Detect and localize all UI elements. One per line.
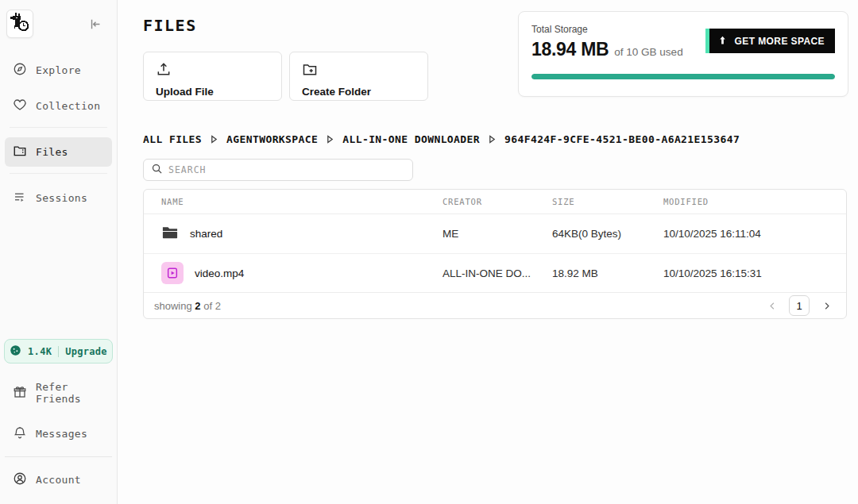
upload-icon (156, 66, 172, 79)
create-folder-label: Create Folder (302, 86, 415, 98)
credits-upgrade-pill[interactable]: 1.4K Upgrade (4, 339, 113, 364)
storage-used-value: 18.94 MB (531, 39, 609, 60)
sidebar-item-label: Messages (36, 428, 87, 440)
table-footer: showing 2 of 2 1 (144, 292, 846, 318)
storage-card: Total Storage 18.94 MB of 10 GB used GE (518, 11, 848, 97)
sidebar-item-label: Sessions (36, 192, 87, 204)
sidebar-item-label: Account (36, 474, 81, 486)
chevron-right-icon (489, 135, 496, 144)
breadcrumb-agentworkspace[interactable]: AGENTWORKSPACE (226, 133, 318, 145)
storage-label: Total Storage (531, 24, 683, 35)
create-folder-button[interactable]: Create Folder (289, 52, 428, 101)
pagination: 1 (763, 295, 836, 316)
sidebar-item-label: Collection (36, 100, 100, 112)
sidebar-nav: Explore Collection Files (0, 56, 117, 219)
sidebar-item-collection[interactable]: Collection (5, 91, 112, 121)
divider (5, 456, 112, 457)
showing-count: showing 2 of 2 (154, 300, 221, 312)
column-header-size: SIZE (552, 197, 663, 206)
table-header: NAME CREATOR SIZE MODIFIED (144, 190, 846, 214)
account-icon (13, 471, 27, 488)
sidebar-item-refer-friends[interactable]: Refer Friends (5, 375, 112, 411)
storage-quota-text: of 10 GB used (614, 46, 682, 58)
app-logo[interactable] (6, 10, 33, 38)
bell-icon (13, 425, 27, 442)
file-modified: 10/10/2025 16:15:31 (663, 267, 846, 279)
storage-progress-bar (531, 74, 835, 79)
file-name: video.mp4 (195, 267, 244, 279)
file-size: 64KB(0 Bytes) (552, 228, 663, 240)
search-input[interactable] (168, 164, 405, 175)
upload-file-label: Upload File (156, 86, 269, 98)
column-header-modified: MODIFIED (663, 197, 846, 206)
divider (10, 173, 107, 174)
breadcrumb: ALL FILES AGENTWORKSPACE ALL-IN-ONE DOWN… (143, 133, 848, 145)
sidebar-item-label: Files (36, 146, 68, 158)
previous-page-button[interactable] (763, 296, 782, 315)
heart-icon (13, 98, 27, 114)
next-page-button[interactable] (817, 296, 836, 315)
table-row[interactable]: shared ME 64KB(0 Bytes) 10/10/2025 16:11… (144, 214, 846, 253)
sidebar-item-explore[interactable]: Explore (5, 56, 112, 85)
storage-progress-fill (531, 74, 835, 79)
file-name: shared (190, 228, 222, 240)
file-creator: ME (443, 228, 552, 240)
file-creator: ALL-IN-ONE DO... (443, 267, 552, 279)
app-window: Explore Collection Files (0, 0, 858, 504)
breadcrumb-all-files[interactable]: ALL FILES (143, 133, 202, 145)
file-modified: 10/10/2025 16:11:04 (663, 228, 846, 240)
sidebar: Explore Collection Files (0, 0, 118, 504)
table-row[interactable]: video.mp4 ALL-IN-ONE DO... 18.92 MB 10/1… (144, 253, 846, 292)
sidebar-item-messages[interactable]: Messages (5, 419, 112, 448)
credits-amount: 1.4K (28, 346, 52, 357)
video-file-icon (161, 262, 184, 284)
cookie-icon (10, 344, 21, 359)
divider (58, 346, 59, 357)
sidebar-item-label: Refer Friends (36, 381, 104, 405)
breadcrumb-downloader[interactable]: ALL-IN-ONE DOWNLOADER (342, 133, 480, 145)
search-box (143, 159, 413, 181)
column-header-creator: CREATOR (443, 197, 552, 206)
sessions-icon (13, 190, 27, 206)
folder-filled-icon (161, 225, 179, 243)
folder-plus-icon (302, 66, 318, 79)
main-content: FILES Upload File (118, 0, 858, 504)
page-title: FILES (143, 16, 428, 35)
upload-file-button[interactable]: Upload File (143, 52, 282, 101)
compass-icon (13, 62, 27, 79)
sidebar-item-sessions[interactable]: Sessions (5, 183, 112, 213)
sidebar-item-files[interactable]: Files (5, 137, 112, 167)
breadcrumb-current-folder[interactable]: 964F424F-9CFE-4521-BE00-A6A21E153647 (504, 133, 740, 145)
get-more-space-button[interactable]: GET MORE SPACE (705, 29, 835, 53)
divider (10, 127, 107, 128)
file-size: 18.92 MB (552, 267, 663, 279)
sidebar-item-label: Explore (36, 64, 81, 76)
llama-logo-icon (10, 12, 30, 36)
page-number-button[interactable]: 1 (789, 295, 810, 316)
column-header-name: NAME (144, 197, 443, 206)
arrow-up-icon (717, 35, 728, 48)
folder-icon (13, 144, 27, 160)
files-table: NAME CREATOR SIZE MODIFIED shared ME 64 (143, 189, 847, 319)
get-more-space-label: GET MORE SPACE (735, 36, 825, 47)
upgrade-link[interactable]: Upgrade (65, 346, 107, 357)
search-icon (151, 163, 163, 178)
gift-icon (13, 385, 27, 402)
chevron-right-icon (211, 135, 218, 144)
sidebar-item-account[interactable]: Account (5, 465, 112, 494)
collapse-sidebar-icon[interactable] (89, 17, 102, 31)
chevron-right-icon (327, 135, 334, 144)
